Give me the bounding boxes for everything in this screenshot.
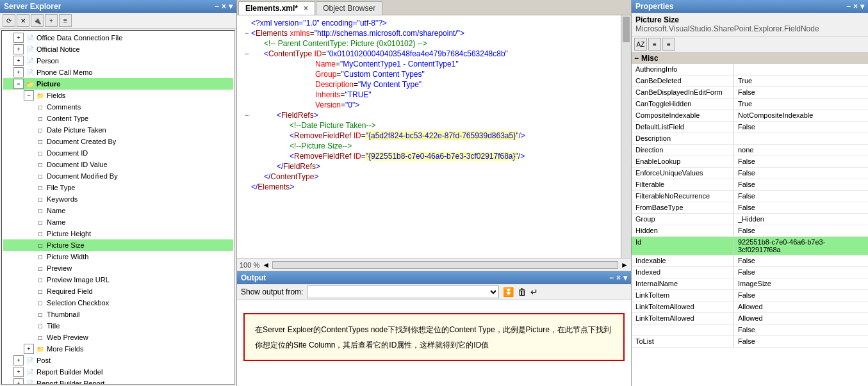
server-explorer-tree[interactable]: + 📄 Office Data Connection File + 📄 Offi… [1, 30, 235, 385]
tree-item-name2[interactable]: □ Name [3, 216, 233, 228]
output-word-wrap[interactable]: ↵ [530, 287, 538, 297]
tree-item-phonecall[interactable]: + 📄 Phone Call Memo [3, 67, 233, 78]
tab-elements-xml[interactable]: Elements.xml* × [238, 1, 315, 15]
expander-office[interactable]: + [13, 33, 24, 43]
tree-item-official[interactable]: + 📄 Official Notice [3, 44, 233, 55]
output-scroll-to-end[interactable]: ⏬ [503, 287, 514, 297]
props-row-canbedeleted[interactable]: CanBeDeleted True [632, 76, 868, 87]
expander-more-fields[interactable]: + [24, 344, 34, 354]
tab-object-browser[interactable]: Object Browser [316, 1, 382, 15]
tree-item-person[interactable]: + 📄 Person [3, 55, 233, 67]
tree-item-more-fields[interactable]: + 📁 More Fields [3, 343, 233, 355]
tree-item-rpt-builder-report[interactable]: + 📄 Report Builder Report [3, 378, 233, 385]
props-row-direction[interactable]: Direction none [632, 145, 868, 156]
props-row-defaultlist[interactable]: DefaultListField False [632, 122, 868, 133]
props-expand-icon[interactable]: − [634, 54, 639, 63]
props-key-composite: CompositeIndexable [632, 110, 734, 121]
props-row-internalname[interactable]: InternalName ImageSize [632, 278, 868, 290]
properties-btn[interactable]: ≡ [59, 14, 72, 27]
output-clear[interactable]: 🗑 [518, 287, 527, 297]
tree-item-rpt-builder-model[interactable]: + 📄 Report Builder Model [3, 366, 233, 378]
output-menu-icon[interactable]: ▾ [623, 273, 627, 282]
expander-person[interactable]: + [13, 56, 24, 66]
tree-item-pic-size[interactable]: □ Picture Size [3, 239, 233, 251]
props-row-linktoitem[interactable]: LinkToItem False [632, 290, 868, 302]
props-row-hidden[interactable]: Hidden False [632, 225, 868, 237]
props-row-tolist[interactable]: ToList False [632, 336, 868, 348]
props-row-group[interactable]: Group _Hidden [632, 214, 868, 225]
menu-icon[interactable]: ▾ [229, 2, 233, 11]
props-row-linktoitem2[interactable]: LinkToItemAllowed Allowed [632, 313, 868, 325]
editor-hscrollbar[interactable] [272, 261, 618, 269]
props-sort-alpha[interactable]: AZ [634, 38, 647, 51]
tree-item-title[interactable]: □ Title [3, 320, 233, 332]
tree-item-content-type[interactable]: □ Content Type [3, 113, 233, 124]
expander-post[interactable]: + [13, 355, 24, 366]
editor-code-area[interactable]: <?xml version="1.0" encoding="utf-8"?> −… [237, 15, 621, 258]
tab-close-elements[interactable]: × [304, 4, 308, 13]
tree-item-req-field[interactable]: □ Required Field [3, 285, 233, 297]
tree-item-file-type[interactable]: □ File Type [3, 182, 233, 193]
output-pin-icon[interactable]: − [609, 273, 614, 282]
tree-item-name1[interactable]: □ Name [3, 205, 233, 216]
props-row-composite[interactable]: CompositeIndexable NotCompositeIndexable [632, 110, 868, 122]
tree-item-selection-cb[interactable]: □ Selection Checkbox [3, 297, 233, 309]
tree-item-keywords[interactable]: □ Keywords [3, 193, 233, 205]
expander-picture[interactable]: − [13, 79, 24, 89]
tree-item-office-data[interactable]: + 📄 Office Data Connection File [3, 32, 233, 44]
props-row-frombasetype[interactable]: FromBaseType False [632, 202, 868, 214]
pin2-icon[interactable]: × [222, 2, 226, 11]
props-row-canbeineditform[interactable]: CanBeDisplayedInEditForm False [632, 87, 868, 99]
props-close-icon[interactable]: × [853, 2, 858, 11]
stop-btn[interactable]: ✕ [17, 14, 29, 27]
props-row-indexed[interactable]: Indexed False [632, 267, 868, 278]
tree-item-doc-id[interactable]: □ Document ID [3, 147, 233, 159]
tree-item-picture[interactable]: − 📁 Picture [3, 78, 233, 90]
output-toolbar: Show output from: Build Debug ⏬ 🗑 ↵ [237, 284, 631, 300]
editor-scrollbar-v[interactable] [621, 15, 631, 258]
connect-btn[interactable]: 🔌 [31, 14, 44, 27]
props-row-cantoggle[interactable]: CanToggleHidden True [632, 99, 868, 110]
add-btn[interactable]: + [45, 14, 58, 27]
props-row-filterablenorec[interactable]: FilterableNoRecurrence False [632, 191, 868, 202]
scroll-left-btn[interactable]: ◄ [262, 261, 270, 269]
props-row-description[interactable]: Description [632, 133, 868, 145]
expander-rpt-model[interactable]: + [13, 367, 24, 377]
props-row-enforceunique[interactable]: EnforceUniqueValues False [632, 168, 868, 179]
tree-item-pic-width[interactable]: □ Picture Width [3, 251, 233, 262]
props-row-indexable[interactable]: Indexable False [632, 255, 868, 267]
tree-item-preview[interactable]: □ Preview [3, 262, 233, 274]
tree-item-pic-height[interactable]: □ Picture Height [3, 228, 233, 239]
tree-item-post[interactable]: + 📄 Post [3, 355, 233, 366]
props-row-id[interactable]: Id 922551b8-c7e0-46a6-b7e3-3cf02917f68a [632, 237, 868, 255]
tree-item-doc-modified[interactable]: □ Document Modified By [3, 170, 233, 182]
tree-item-thumbnail[interactable]: □ Thumbnail [3, 309, 233, 320]
props-row-filterable[interactable]: Filterable False [632, 179, 868, 191]
expander-rpt-report[interactable]: + [13, 378, 24, 385]
tree-item-date-picture[interactable]: □ Date Picture Taken [3, 124, 233, 136]
expander-phonecall[interactable]: + [13, 67, 24, 77]
expander-fields[interactable]: − [24, 90, 34, 101]
props-row-enablelookup[interactable]: EnableLookup False [632, 156, 868, 168]
props-row-authoring[interactable]: AuthoringInfo [632, 64, 868, 76]
pin-icon[interactable]: − [215, 2, 219, 11]
tree-item-comments[interactable]: □ Comments [3, 101, 233, 113]
output-source-select[interactable]: Build Debug [307, 285, 499, 298]
tree-item-fields[interactable]: − 📁 Fields [3, 90, 233, 101]
expander-official[interactable]: + [13, 44, 24, 54]
props-sort-cat[interactable]: ≡ [648, 38, 661, 51]
props-menu-icon[interactable]: ▾ [860, 2, 864, 11]
props-extra[interactable]: ≡ [662, 38, 675, 51]
props-row-linktoitemallowed[interactable]: LinkToItemAllowed Allowed [632, 302, 868, 313]
props-pin-icon[interactable]: − [846, 2, 851, 11]
tree-item-web-preview[interactable]: □ Web Preview [3, 332, 233, 343]
tree-item-doc-created[interactable]: □ Document Created By [3, 136, 233, 147]
refresh-btn[interactable]: ⟳ [3, 14, 15, 27]
label-content-type: Content Type [47, 115, 88, 122]
tree-item-preview-url[interactable]: □ Preview Image URL [3, 274, 233, 285]
scroll-right-btn[interactable]: ► [621, 261, 628, 269]
tree-item-doc-id-val[interactable]: □ Document ID Value [3, 159, 233, 170]
props-row-misc1[interactable]: False [632, 325, 868, 336]
code-line-14: <RemoveFieldRef ID="{922551b8-c7e0-46a6-… [242, 151, 616, 161]
output-close-icon[interactable]: × [616, 273, 621, 282]
